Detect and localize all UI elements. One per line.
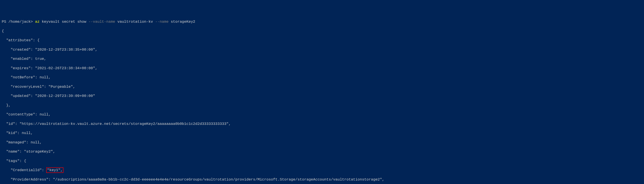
output-brace-open: {	[2, 29, 642, 33]
output-name: "name": "storageKey2",	[2, 149, 642, 154]
output-id: "id": "https://vaultrotation-kv.vault.az…	[2, 122, 642, 126]
output-recoverylevel: "recoveryLevel": "Purgeable",	[2, 84, 642, 89]
output-attributes-close: },	[2, 103, 642, 108]
output-notbefore: "notBefore": null,	[2, 75, 642, 80]
command-val-name: storageKey2	[168, 20, 195, 24]
output-managed: "managed": null,	[2, 140, 642, 145]
output-tags-open: "tags": {	[2, 159, 642, 163]
command-val-vault-name: vaultrotation-kv	[115, 20, 155, 24]
output-credentialid-key: "CredentialId":	[2, 168, 46, 172]
command-executable: az	[35, 20, 40, 24]
output-updated: "updated": "2020-12-29T23:39:09+00:00"	[2, 94, 642, 98]
command-line[interactable]: PS /home/jack> az keyvault secret show -…	[2, 20, 642, 24]
output-credentialid-line: "CredentialId": "key1",	[2, 168, 642, 172]
highlight-credentialid-value: "key1",	[46, 167, 64, 173]
output-contenttype: "contentType": null,	[2, 112, 642, 117]
output-attributes-open: "attributes": {	[2, 38, 642, 43]
output-enabled: "enabled": true,	[2, 57, 642, 61]
output-kid: "kid": null,	[2, 131, 642, 135]
command-args-1: keyvault secret show	[40, 20, 88, 24]
prompt-prefix: PS /home/jack>	[2, 20, 35, 24]
command-param-name: --name	[155, 20, 168, 24]
output-expires: "expires": "2021-02-26T23:38:34+00:00",	[2, 66, 642, 71]
command-param-vault-name: --vault-name	[88, 20, 115, 24]
output-created: "created": "2020-12-29T23:38:35+00:00",	[2, 47, 642, 52]
output-provideraddress: "ProviderAddress": "/subscriptions/aaaa0…	[2, 177, 642, 182]
